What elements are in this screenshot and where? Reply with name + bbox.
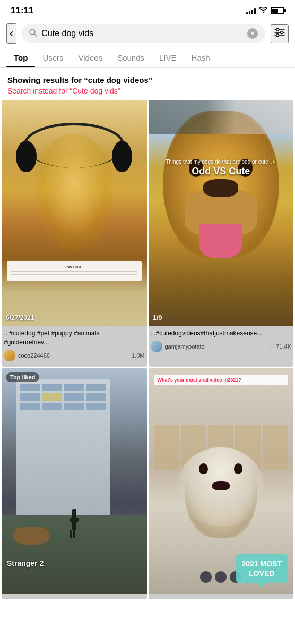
date-badge-1: 6/27/2021 [6,314,34,321]
results-header: Showing results for “cute dog videos” Se… [0,68,295,98]
avatar-1 [4,350,15,361]
overlay-main-text-2: Odd VS Cute [155,166,286,177]
video-thumbnail-1: INVOICE 6/27/2021 [2,100,147,326]
year-question-overlay: What's your most viral video in2021? [154,375,289,385]
avatar-2 [151,341,162,352]
svg-point-6 [281,31,283,33]
like-number-2: 71.4K [276,343,291,350]
card-info-2: ...#cutedogvideos#thatjustmakesense... g… [149,326,294,358]
overlay-sub-text-2: Things that my dogs do that are odd or c… [155,159,286,165]
wifi-icon [259,6,267,15]
search-input-wrap[interactable]: ✕ [22,24,265,43]
author-name-1: coco224466 [18,352,50,359]
video-card-3[interactable]: Top liked Stranger 2 [2,368,147,599]
overlay-text-2: Things that my dogs do that are odd or c… [155,159,286,177]
like-count-2: ♡ 71.4K [268,343,291,350]
card-tags-2: ...#cutedogvideos#thatjustmakesense... [151,329,292,338]
video-card-4[interactable]: What's your most viral video in2021? 202… [149,368,294,599]
card-info-1: ...#cutedog #pet #puppy #animals #golden… [2,326,147,367]
suggestion-prefix: Search instead for [7,87,70,95]
most-loved-text: 2021 MOSTLOVED [242,560,282,578]
suggestion-link[interactable]: “Cute dog vids” [70,87,120,95]
card-author-2: gamjamypotato [151,341,205,352]
author-name-2: gamjamypotato [165,343,205,350]
status-bar: 11:11 [0,0,295,19]
card-author-row-2: gamjamypotato ♡ 71.4K [151,341,292,352]
most-loved-bubble: 2021 MOSTLOVED [236,554,288,583]
like-number-1: 1.0M [132,352,144,359]
tabs-container: Top Users Videos Sounds LIVE Hash [0,48,295,68]
tab-top[interactable]: Top [6,48,35,67]
card-author-row-1: coco224466 ♡ 1.0M [4,350,145,361]
heart-icon-2: ♡ [268,343,274,350]
year-question-text: What's your most viral video in [158,377,228,383]
card-spacer-3 [2,594,147,599]
search-bar: ‹ ✕ [0,19,295,48]
card-tags-1: ...#cutedog #pet #puppy #animals #golden… [4,329,145,347]
tab-videos[interactable]: Videos [71,48,110,67]
tab-sounds[interactable]: Sounds [110,48,152,67]
search-icon [29,29,37,38]
status-time: 11:11 [11,5,33,16]
svg-line-1 [34,34,37,36]
status-icons [246,6,284,15]
like-count-1: ♡ 1.0M [124,352,144,359]
tab-hashtags[interactable]: Hash [184,48,218,67]
svg-point-7 [276,33,279,36]
video-thumbnail-3: Top liked Stranger 2 [2,368,147,594]
results-title: Showing results for “cute dog videos” [7,75,288,84]
top-liked-badge: Top liked [6,372,39,382]
signal-icon [246,7,256,14]
video-card-2[interactable]: Things that my dogs do that are odd or c… [149,100,294,367]
results-suggestion: Search instead for “Cute dog vids” [7,87,288,95]
video-thumbnail-4: What's your most viral video in2021? 202… [149,368,294,594]
invoice-overlay: INVOICE [7,261,142,281]
year-highlight: 2021 [228,377,238,383]
card-author-1: coco224466 [4,350,50,361]
tabs: Top Users Videos Sounds LIVE Hash [0,48,295,67]
back-button[interactable]: ‹ [6,23,16,44]
clear-button[interactable]: ✕ [247,28,258,39]
video-thumbnail-2: Things that my dogs do that are odd or c… [149,100,294,326]
video-grid: INVOICE 6/27/2021 ...#cutedog #pet #pupp… [0,98,295,601]
card-spacer-4 [149,594,294,599]
filter-button[interactable] [271,24,289,43]
video-card-1[interactable]: INVOICE 6/27/2021 ...#cutedog #pet #pupp… [2,100,147,367]
battery-icon [271,7,284,14]
stranger-label: Stranger 2 [7,559,44,567]
search-input[interactable] [41,29,243,38]
heart-icon-1: ♡ [124,352,130,359]
svg-point-5 [276,28,279,31]
counter-badge-2: 1/9 [153,313,162,321]
tab-live[interactable]: LIVE [152,48,184,67]
tab-users[interactable]: Users [35,48,71,67]
